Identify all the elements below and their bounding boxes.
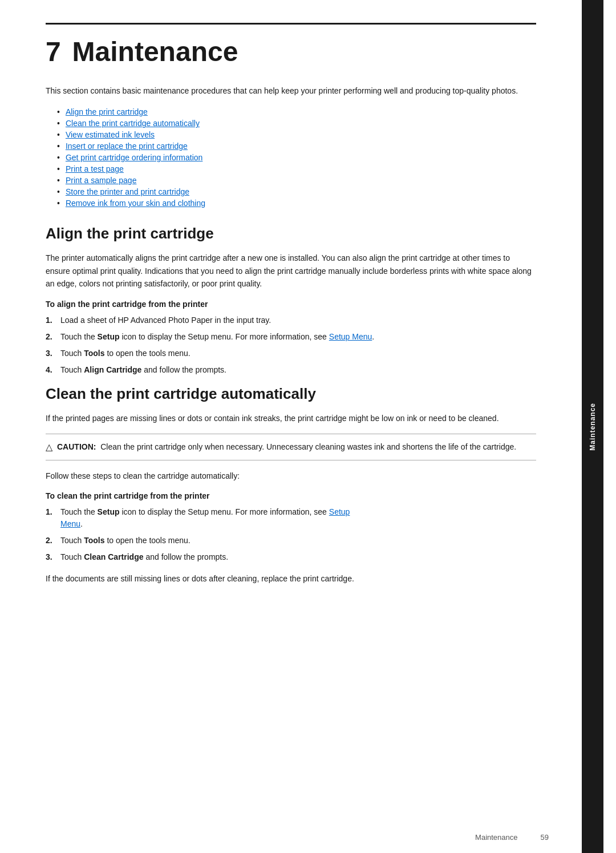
clean-step-2-text: Touch Tools to open the tools menu. xyxy=(60,535,191,547)
toc-link-clean[interactable]: Clean the print cartridge automatically xyxy=(66,119,200,128)
clean-after-text: If the documents are still missing lines… xyxy=(46,572,536,585)
caution-text: CAUTION: Clean the print cartridge only … xyxy=(57,441,516,453)
align-step-1-text: Load a sheet of HP Advanced Photo Paper … xyxy=(60,314,271,326)
align-body: The printer automatically aligns the pri… xyxy=(46,252,536,290)
toc-link-store[interactable]: Store the printer and print cartridge xyxy=(66,187,189,196)
caution-icon: △ xyxy=(46,442,52,452)
toc-item-3: View estimated ink levels xyxy=(57,130,536,139)
caution-box: △ CAUTION: Clean the print cartridge onl… xyxy=(46,434,536,460)
chapter-number: 7 xyxy=(46,37,61,67)
clean-step-2: 2. Touch Tools to open the tools menu. xyxy=(46,535,536,547)
align-subheading: To align the print cartridge from the pr… xyxy=(46,300,536,309)
clean-subheading: To clean the print cartridge from the pr… xyxy=(46,491,536,500)
caution-label: CAUTION: xyxy=(57,442,96,451)
align-step-3-text: Touch Tools to open the tools menu. xyxy=(60,347,191,359)
clean-step-3-text: Touch Clean Cartridge and follow the pro… xyxy=(60,551,228,563)
clean-heading: Clean the print cartridge automatically xyxy=(46,385,536,403)
clean-body: If the printed pages are missing lines o… xyxy=(46,412,536,425)
toc-link-remove-ink[interactable]: Remove ink from your skin and clothing xyxy=(66,199,205,208)
toc-item-6: Print a test page xyxy=(57,164,536,173)
toc-item-8: Store the printer and print cartridge xyxy=(57,187,536,196)
setup-menu-link-1[interactable]: Setup Menu xyxy=(329,332,372,341)
chapter-title: Maintenance xyxy=(72,37,238,67)
align-step-2: 2. Touch the Setup icon to display the S… xyxy=(46,331,536,343)
toc-item-1: Align the print cartridge xyxy=(57,107,536,116)
toc-item-5: Get print cartridge ordering information xyxy=(57,153,536,162)
toc-link-sample-page[interactable]: Print a sample page xyxy=(66,176,137,185)
toc-link-ink-levels[interactable]: View estimated ink levels xyxy=(66,130,155,139)
toc-link-insert[interactable]: Insert or replace the print cartridge xyxy=(66,142,188,151)
clean-follow-text: Follow these steps to clean the cartridg… xyxy=(46,470,536,482)
align-steps: 1. Load a sheet of HP Advanced Photo Pap… xyxy=(46,314,536,376)
align-step-2-text: Touch the Setup icon to display the Setu… xyxy=(60,331,374,343)
align-section: Align the print cartridge The printer au… xyxy=(46,225,536,375)
toc-item-9: Remove ink from your skin and clothing xyxy=(57,199,536,208)
toc-item-7: Print a sample page xyxy=(57,176,536,185)
align-step-3: 3. Touch Tools to open the tools menu. xyxy=(46,347,536,359)
toc-list: Align the print cartridge Clean the prin… xyxy=(57,107,536,208)
toc-link-ordering[interactable]: Get print cartridge ordering information xyxy=(66,153,202,162)
clean-step-1-text: Touch the Setup icon to display the Setu… xyxy=(60,506,350,530)
clean-steps: 1. Touch the Setup icon to display the S… xyxy=(46,506,536,563)
align-step-4-text: Touch Align Cartridge and follow the pro… xyxy=(60,364,226,376)
toc-item-2: Clean the print cartridge automatically xyxy=(57,119,536,128)
align-step-1: 1. Load a sheet of HP Advanced Photo Pap… xyxy=(46,314,536,326)
clean-section: Clean the print cartridge automatically … xyxy=(46,385,536,585)
chapter-header: 7 Maintenance xyxy=(46,23,536,67)
toc-item-4: Insert or replace the print cartridge xyxy=(57,142,536,151)
right-sidebar: Maintenance xyxy=(582,0,603,853)
toc-link-test-page[interactable]: Print a test page xyxy=(66,164,124,173)
align-heading: Align the print cartridge xyxy=(46,225,536,242)
sidebar-label: Maintenance xyxy=(589,403,597,451)
footer-page: 59 xyxy=(541,833,549,842)
footer-label: Maintenance xyxy=(475,833,517,842)
toc-link-align[interactable]: Align the print cartridge xyxy=(66,107,148,116)
clean-step-1: 1. Touch the Setup icon to display the S… xyxy=(46,506,536,530)
align-step-4: 4. Touch Align Cartridge and follow the … xyxy=(46,364,536,376)
footer: Maintenance 59 xyxy=(0,833,594,842)
intro-text: This section contains basic maintenance … xyxy=(46,84,536,97)
clean-step-3: 3. Touch Clean Cartridge and follow the … xyxy=(46,551,536,563)
